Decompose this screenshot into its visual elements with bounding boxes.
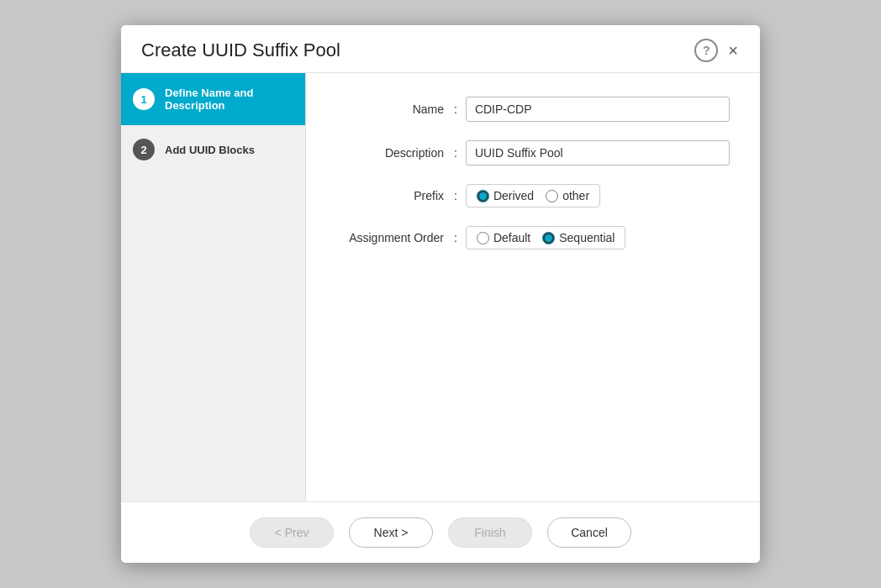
- assignment-order-label: Assignment Order: [336, 231, 454, 244]
- create-uuid-suffix-pool-dialog: Create UUID Suffix Pool ? × 1 Define Nam…: [121, 25, 760, 563]
- dialog-footer: < Prev Next > Finish Cancel: [121, 501, 760, 563]
- name-label: Name: [336, 102, 454, 116]
- prefix-derived-option[interactable]: Derived: [477, 189, 534, 202]
- sidebar-item-label-1: Define Name and Description: [165, 87, 293, 112]
- dialog-header: Create UUID Suffix Pool ? ×: [121, 25, 760, 73]
- prefix-radio-group: Derived other: [466, 184, 600, 207]
- description-label: Description: [336, 146, 454, 160]
- description-colon: :: [454, 146, 457, 160]
- prev-button[interactable]: < Prev: [250, 517, 334, 548]
- sidebar: 1 Define Name and Description 2 Add UUID…: [121, 73, 306, 501]
- sidebar-item-add-uuid[interactable]: 2 Add UUID Blocks: [121, 125, 305, 174]
- content-area: Name : Description : Prefix : Derived: [306, 73, 760, 501]
- assignment-order-row: Assignment Order : Default Sequential: [336, 226, 730, 249]
- next-button[interactable]: Next >: [349, 517, 433, 548]
- prefix-other-label: other: [562, 189, 589, 202]
- assignment-default-option[interactable]: Default: [477, 231, 530, 244]
- prefix-colon: :: [454, 189, 457, 202]
- sidebar-item-label-2: Add UUID Blocks: [165, 144, 255, 156]
- step-number-1: 1: [133, 88, 155, 110]
- prefix-row: Prefix : Derived other: [336, 184, 730, 207]
- help-button[interactable]: ?: [694, 39, 718, 62]
- close-button[interactable]: ×: [726, 42, 740, 59]
- finish-button[interactable]: Finish: [448, 517, 532, 548]
- assignment-sequential-option[interactable]: Sequential: [542, 231, 615, 244]
- sidebar-item-define-name[interactable]: 1 Define Name and Description: [121, 73, 305, 125]
- dialog-body: 1 Define Name and Description 2 Add UUID…: [121, 73, 760, 501]
- header-actions: ? ×: [694, 39, 740, 62]
- prefix-label: Prefix: [336, 189, 454, 202]
- assignment-order-radio-group: Default Sequential: [466, 226, 626, 249]
- description-row: Description :: [336, 140, 730, 165]
- prefix-other-radio[interactable]: [546, 190, 558, 202]
- assignment-order-colon: :: [454, 231, 457, 244]
- prefix-other-option[interactable]: other: [546, 189, 589, 202]
- assignment-sequential-radio[interactable]: [542, 232, 555, 244]
- assignment-default-label: Default: [493, 231, 530, 244]
- name-input[interactable]: [466, 97, 730, 122]
- prefix-derived-label: Derived: [493, 189, 534, 202]
- description-input[interactable]: [466, 140, 730, 165]
- dialog-title: Create UUID Suffix Pool: [141, 39, 340, 61]
- name-row: Name :: [336, 97, 730, 122]
- assignment-sequential-label: Sequential: [559, 231, 615, 244]
- cancel-button[interactable]: Cancel: [547, 517, 631, 548]
- prefix-derived-radio[interactable]: [477, 190, 489, 202]
- assignment-default-radio[interactable]: [477, 232, 489, 244]
- name-colon: :: [454, 102, 457, 116]
- step-number-2: 2: [133, 139, 155, 160]
